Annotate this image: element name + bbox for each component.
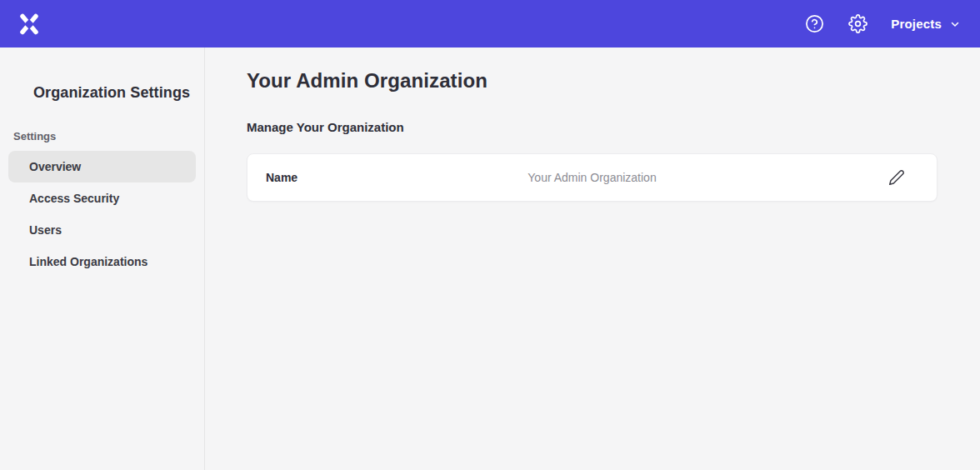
section-title: Manage Your Organization	[247, 120, 938, 134]
sidebar-title: Organization Settings	[0, 84, 204, 102]
main-content: Your Admin Organization Manage Your Orga…	[205, 48, 980, 470]
projects-dropdown[interactable]: Projects	[891, 17, 960, 31]
sidebar-item-label: Linked Organizations	[29, 255, 148, 268]
sidebar-item-label: Access Security	[29, 192, 119, 205]
sidebar-nav: Overview Access Security Users Linked Or…	[0, 151, 204, 278]
help-icon[interactable]	[804, 14, 824, 34]
sidebar-item-label: Users	[29, 223, 62, 237]
sidebar-section-label: Settings	[0, 130, 204, 142]
projects-label: Projects	[891, 17, 942, 31]
pencil-icon	[888, 169, 905, 186]
chevron-down-icon	[950, 19, 960, 29]
gear-icon[interactable]	[848, 14, 868, 34]
topbar-actions: Projects	[804, 14, 960, 34]
top-bar: Projects	[0, 0, 980, 48]
brand-x-logo-icon[interactable]	[17, 12, 42, 37]
sidebar-item-access-security[interactable]: Access Security	[8, 182, 196, 214]
sidebar-item-users[interactable]: Users	[8, 214, 196, 246]
page-title: Your Admin Organization	[247, 69, 938, 92]
sidebar-item-overview[interactable]: Overview	[8, 151, 196, 182]
name-settings-card: Name Your Admin Organization	[247, 153, 938, 202]
content-shell: Organization Settings Settings Overview …	[0, 48, 980, 470]
name-field-value: Your Admin Organization	[528, 171, 656, 184]
sidebar: Organization Settings Settings Overview …	[0, 48, 205, 470]
name-field-label: Name	[266, 171, 298, 184]
edit-name-button[interactable]	[887, 168, 907, 188]
sidebar-item-label: Overview	[29, 160, 81, 173]
sidebar-item-linked-organizations[interactable]: Linked Organizations	[8, 246, 196, 278]
